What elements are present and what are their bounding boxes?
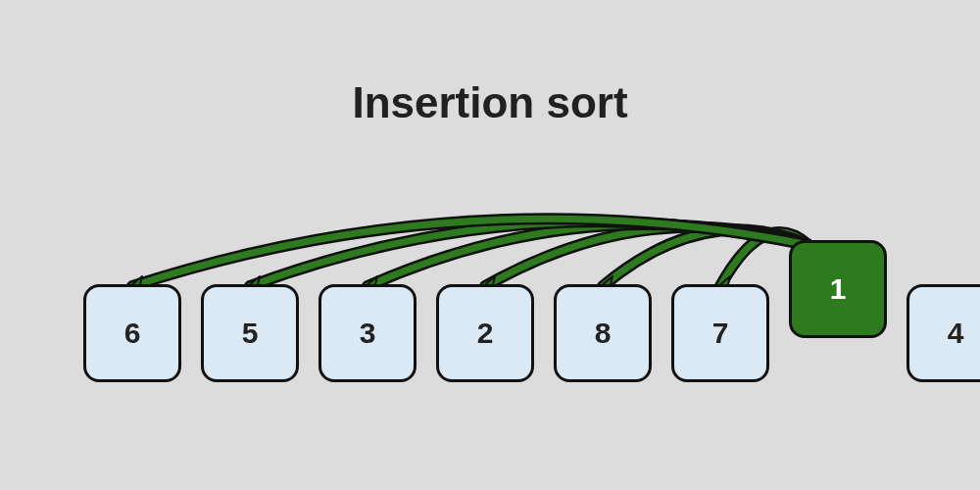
array-box: 3 bbox=[318, 284, 416, 382]
array-box: 8 bbox=[554, 284, 652, 382]
array-box: 2 bbox=[436, 284, 534, 382]
array-box: 6 bbox=[83, 284, 181, 382]
array-box: 7 bbox=[671, 284, 769, 382]
array-box-value: 1 bbox=[830, 272, 847, 306]
array-box: 5 bbox=[201, 284, 299, 382]
array-box-value: 7 bbox=[712, 317, 729, 350]
diagram-title: Insertion sort bbox=[0, 78, 980, 127]
array-box: 4 bbox=[906, 284, 980, 382]
array-box-value: 3 bbox=[360, 317, 376, 350]
array-box-value: 8 bbox=[595, 317, 612, 350]
array-box-active: 1 bbox=[789, 240, 887, 338]
array-box-value: 5 bbox=[242, 317, 259, 350]
array-box-value: 4 bbox=[948, 317, 964, 350]
array-box-value: 6 bbox=[124, 317, 141, 350]
array-box-value: 2 bbox=[477, 317, 494, 350]
diagram-stage: Insertion sort 65328714 bbox=[0, 0, 980, 490]
